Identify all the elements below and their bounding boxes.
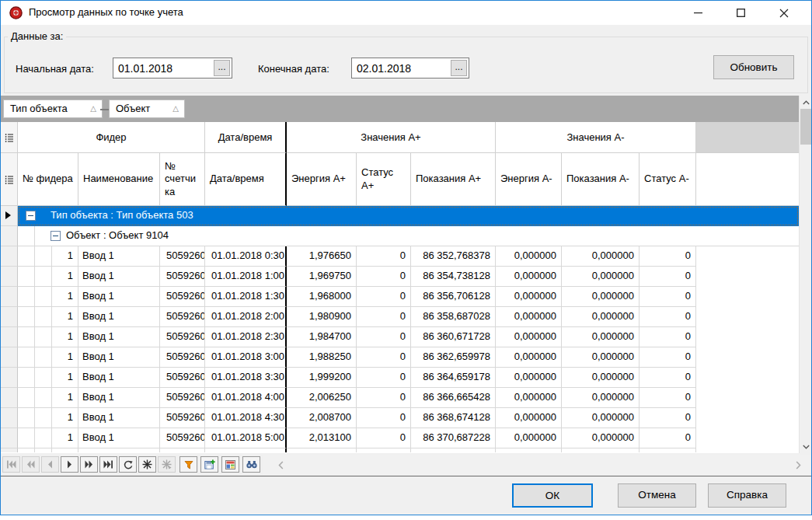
cancel-fetch-button[interactable]: [158, 456, 176, 473]
first-record-button[interactable]: [2, 456, 20, 473]
cell-name[interactable]: Ввод 1: [78, 428, 160, 448]
cell-datetime[interactable]: 01.01.2018 3:00: [205, 347, 287, 368]
horizontal-scrollbar[interactable]: [263, 455, 811, 475]
table-row[interactable]: 1 Ввод 1 5059260 01.01.2018 3:00 1,98825…: [1, 347, 799, 368]
cell-readings-ap[interactable]: 86 366,665428: [411, 388, 496, 408]
export-button[interactable]: [200, 456, 218, 473]
cell-status-ap[interactable]: 0: [357, 307, 411, 327]
cell-readings-ap[interactable]: 86 358,687028: [411, 307, 496, 327]
cell-datetime[interactable]: 01.01.2018 4:00: [205, 388, 287, 408]
cell-datetime[interactable]: 01.01.2018 1:00: [205, 267, 287, 287]
cell-energy-am[interactable]: 0,000000: [496, 327, 562, 347]
cell-feeder-no[interactable]: 1: [52, 428, 78, 448]
cell-status-am[interactable]: 0: [639, 307, 696, 327]
end-date-picker-button[interactable]: ...: [451, 60, 467, 76]
cell-counter-no[interactable]: 5059260: [160, 408, 205, 428]
cell-status-am[interactable]: 0: [639, 267, 696, 287]
sort-asc-icon[interactable]: △: [90, 104, 96, 113]
col-readings-am[interactable]: Показания A-: [562, 153, 639, 206]
group-row-object[interactable]: Объект : Объект 9104: [1, 226, 799, 246]
cell-status-am[interactable]: 0: [639, 428, 696, 448]
find-button[interactable]: [242, 456, 260, 473]
cell-counter-no[interactable]: 5059260: [160, 267, 205, 287]
last-record-button[interactable]: [99, 456, 117, 473]
collapse-icon[interactable]: [51, 231, 61, 241]
cell-status-ap[interactable]: 0: [357, 347, 411, 368]
cell-energy-ap[interactable]: 2,008700: [287, 408, 357, 428]
cell-counter-no[interactable]: 5059260: [160, 307, 205, 327]
cell-name[interactable]: Ввод 1: [78, 368, 160, 388]
cell-readings-am[interactable]: 0,000000: [562, 246, 639, 267]
cell-datetime[interactable]: 01.01.2018 4:30: [205, 408, 287, 428]
titlebar[interactable]: Просмотр данных по точке учета: [1, 1, 811, 25]
cell-energy-ap[interactable]: 1,984700: [287, 327, 357, 347]
table-row[interactable]: 1 Ввод 1 5059260 01.01.2018 1:30 1,96800…: [1, 287, 799, 307]
collapse-icon[interactable]: [26, 211, 36, 221]
cell-datetime[interactable]: 01.01.2018 0:30: [205, 246, 287, 267]
cell-feeder-no[interactable]: 1: [52, 246, 78, 267]
cell-readings-am[interactable]: 0,000000: [562, 287, 639, 307]
cell-energy-am[interactable]: 0,000000: [496, 307, 562, 327]
cell-readings-ap[interactable]: 86 354,738128: [411, 267, 496, 287]
cell-datetime[interactable]: 01.01.2018 2:30: [205, 327, 287, 347]
scroll-right-button[interactable]: [786, 455, 810, 475]
col-status-ap[interactable]: Статус A+: [357, 153, 411, 206]
cell-energy-ap[interactable]: 2,006250: [287, 388, 357, 408]
cell-readings-ap[interactable]: 86 370,687228: [411, 428, 496, 448]
col-name[interactable]: Наименование: [78, 153, 160, 206]
cell-name[interactable]: Ввод 1: [78, 307, 160, 327]
sort-asc-icon[interactable]: △: [173, 104, 179, 113]
cell-status-ap[interactable]: 0: [357, 388, 411, 408]
group-row-type[interactable]: Тип объекта : Тип объекта 503: [1, 206, 799, 226]
cell-status-ap[interactable]: 0: [357, 267, 411, 287]
cancel-button[interactable]: Отмена: [618, 483, 696, 508]
close-button[interactable]: [766, 1, 801, 25]
band-values-am[interactable]: Значения A-: [496, 122, 696, 153]
cell-status-am[interactable]: 0: [639, 287, 696, 307]
fetch-all-button[interactable]: [138, 456, 156, 473]
cell-readings-am[interactable]: 0,000000: [562, 428, 639, 448]
group-row-type-cell[interactable]: Тип объекта : Тип объекта 503: [18, 206, 799, 226]
group-row-object-cell[interactable]: Объект : Объект 9104: [35, 226, 799, 246]
cell-readings-am[interactable]: 0,000000: [562, 267, 639, 287]
cell-energy-am[interactable]: 0,000000: [496, 368, 562, 388]
filter-button[interactable]: [179, 456, 197, 473]
cell-energy-am[interactable]: 0,000000: [496, 287, 562, 307]
cell-energy-ap[interactable]: 1,968000: [287, 287, 357, 307]
vertical-scroll-thumb[interactable]: [800, 109, 811, 145]
cell-energy-am[interactable]: 0,000000: [496, 267, 562, 287]
cell-energy-ap[interactable]: 1,988250: [287, 347, 357, 368]
help-button[interactable]: Справка: [708, 483, 786, 508]
cell-energy-am[interactable]: 0,000000: [496, 408, 562, 428]
band-datetime[interactable]: Дата/время: [205, 122, 287, 153]
cell-energy-am[interactable]: 0,000000: [496, 347, 562, 368]
col-status-am[interactable]: Статус A-: [639, 153, 696, 206]
cell-status-ap[interactable]: 0: [357, 246, 411, 267]
cell-readings-am[interactable]: 0,000000: [562, 347, 639, 368]
cell-readings-ap[interactable]: 86 362,659978: [411, 347, 496, 368]
band-values-ap[interactable]: Значения A+: [287, 122, 496, 153]
cell-status-am[interactable]: 0: [639, 368, 696, 388]
cell-feeder-no[interactable]: 1: [52, 347, 78, 368]
col-readings-ap[interactable]: Показания A+: [411, 153, 496, 206]
next-page-button[interactable]: [80, 456, 98, 473]
refresh-button-nav[interactable]: [119, 456, 137, 473]
cell-feeder-no[interactable]: 1: [52, 287, 78, 307]
cell-readings-am[interactable]: 0,000000: [562, 368, 639, 388]
cell-counter-no[interactable]: 5059260: [160, 246, 205, 267]
cell-counter-no[interactable]: 5059260: [160, 347, 205, 368]
minimize-button[interactable]: [681, 1, 716, 25]
cell-datetime[interactable]: 01.01.2018 1:30: [205, 287, 287, 307]
table-row[interactable]: 1 Ввод 1 5059260 01.01.2018 4:30 2,00870…: [1, 408, 799, 428]
next-record-button[interactable]: [61, 456, 78, 473]
table-row[interactable]: 1 Ввод 1 5059260 01.01.2018 3:30 1,99920…: [1, 368, 799, 388]
table-row[interactable]: 1 Ввод 1 5059260 01.01.2018 0:30 1,97665…: [1, 246, 799, 267]
table-row[interactable]: 1 Ввод 1 5059260 01.01.2018 5:00 2,01310…: [1, 428, 799, 448]
table-row[interactable]: 1 Ввод 1 5059260 01.01.2018 2:30 1,98470…: [1, 327, 799, 347]
maximize-button[interactable]: [723, 1, 758, 25]
cell-readings-am[interactable]: 0,000000: [562, 388, 639, 408]
cell-datetime[interactable]: 01.01.2018 2:00: [205, 307, 287, 327]
cell-energy-ap[interactable]: 1,976650: [287, 246, 357, 267]
cell-name[interactable]: Ввод 1: [78, 267, 160, 287]
cell-status-ap[interactable]: 0: [357, 287, 411, 307]
